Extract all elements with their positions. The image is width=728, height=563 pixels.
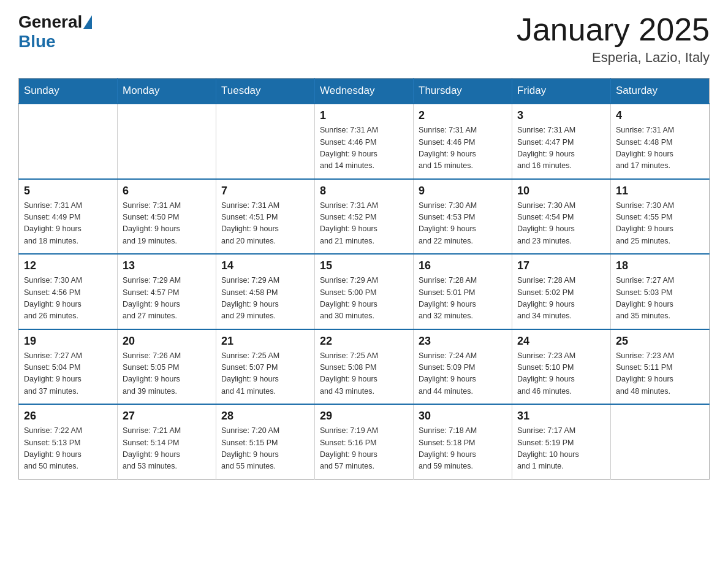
day-number: 16 <box>419 259 507 272</box>
day-info: Sunrise: 7:27 AMSunset: 5:04 PMDaylight:… <box>24 350 112 398</box>
calendar-header-row: SundayMondayTuesdayWednesdayThursdayFrid… <box>19 79 710 104</box>
calendar-week-row: 12Sunrise: 7:30 AMSunset: 4:56 PMDayligh… <box>19 254 710 329</box>
day-info: Sunrise: 7:31 AMSunset: 4:47 PMDaylight:… <box>517 124 605 172</box>
header-monday: Monday <box>118 79 216 104</box>
calendar-cell <box>118 104 216 179</box>
day-info: Sunrise: 7:30 AMSunset: 4:53 PMDaylight:… <box>419 200 507 248</box>
calendar-cell: 15Sunrise: 7:29 AMSunset: 5:00 PMDayligh… <box>315 254 414 329</box>
calendar-cell <box>19 104 118 179</box>
calendar-cell: 29Sunrise: 7:19 AMSunset: 5:16 PMDayligh… <box>315 404 414 479</box>
calendar-cell: 18Sunrise: 7:27 AMSunset: 5:03 PMDayligh… <box>611 254 710 329</box>
calendar-cell: 7Sunrise: 7:31 AMSunset: 4:51 PMDaylight… <box>216 179 315 255</box>
day-number: 21 <box>221 335 309 348</box>
month-title: January 2025 <box>517 12 710 47</box>
calendar-cell: 4Sunrise: 7:31 AMSunset: 4:48 PMDaylight… <box>611 104 710 179</box>
day-number: 2 <box>419 109 507 122</box>
calendar-cell: 22Sunrise: 7:25 AMSunset: 5:08 PMDayligh… <box>315 329 414 405</box>
day-number: 25 <box>616 335 704 348</box>
day-number: 17 <box>517 259 605 272</box>
calendar-cell <box>611 404 710 479</box>
day-info: Sunrise: 7:22 AMSunset: 5:13 PMDaylight:… <box>24 425 112 473</box>
calendar-cell: 14Sunrise: 7:29 AMSunset: 4:58 PMDayligh… <box>216 254 315 329</box>
day-info: Sunrise: 7:30 AMSunset: 4:55 PMDaylight:… <box>616 200 704 248</box>
day-number: 31 <box>517 410 605 423</box>
calendar-cell: 16Sunrise: 7:28 AMSunset: 5:01 PMDayligh… <box>414 254 512 329</box>
day-number: 22 <box>320 335 408 348</box>
day-number: 26 <box>24 410 112 423</box>
day-info: Sunrise: 7:27 AMSunset: 5:03 PMDaylight:… <box>616 275 704 323</box>
calendar-cell: 28Sunrise: 7:20 AMSunset: 5:15 PMDayligh… <box>216 404 315 479</box>
calendar-table: SundayMondayTuesdayWednesdayThursdayFrid… <box>18 78 710 480</box>
day-info: Sunrise: 7:23 AMSunset: 5:10 PMDaylight:… <box>517 350 605 398</box>
day-number: 8 <box>320 185 408 197</box>
day-number: 20 <box>123 335 211 348</box>
calendar-cell: 24Sunrise: 7:23 AMSunset: 5:10 PMDayligh… <box>512 329 611 405</box>
location-subtitle: Esperia, Lazio, Italy <box>517 50 710 66</box>
day-info: Sunrise: 7:25 AMSunset: 5:07 PMDaylight:… <box>221 350 309 398</box>
day-info: Sunrise: 7:28 AMSunset: 5:01 PMDaylight:… <box>419 275 507 323</box>
day-number: 10 <box>517 185 605 197</box>
calendar-cell: 10Sunrise: 7:30 AMSunset: 4:54 PMDayligh… <box>512 179 611 255</box>
day-info: Sunrise: 7:29 AMSunset: 4:58 PMDaylight:… <box>221 275 309 323</box>
day-info: Sunrise: 7:26 AMSunset: 5:05 PMDaylight:… <box>123 350 211 398</box>
header-thursday: Thursday <box>414 79 512 104</box>
page-header: General Blue January 2025 Esperia, Lazio… <box>18 12 710 66</box>
calendar-cell: 5Sunrise: 7:31 AMSunset: 4:49 PMDaylight… <box>19 179 118 255</box>
day-info: Sunrise: 7:25 AMSunset: 5:08 PMDaylight:… <box>320 350 408 398</box>
calendar-cell: 25Sunrise: 7:23 AMSunset: 5:11 PMDayligh… <box>611 329 710 405</box>
calendar-cell: 11Sunrise: 7:30 AMSunset: 4:55 PMDayligh… <box>611 179 710 255</box>
day-info: Sunrise: 7:29 AMSunset: 5:00 PMDaylight:… <box>320 275 408 323</box>
calendar-cell: 20Sunrise: 7:26 AMSunset: 5:05 PMDayligh… <box>118 329 216 405</box>
day-info: Sunrise: 7:31 AMSunset: 4:46 PMDaylight:… <box>320 124 408 172</box>
day-info: Sunrise: 7:21 AMSunset: 5:14 PMDaylight:… <box>123 425 211 473</box>
calendar-week-row: 1Sunrise: 7:31 AMSunset: 4:46 PMDaylight… <box>19 104 710 179</box>
day-number: 9 <box>419 185 507 197</box>
day-info: Sunrise: 7:23 AMSunset: 5:11 PMDaylight:… <box>616 350 704 398</box>
day-info: Sunrise: 7:31 AMSunset: 4:49 PMDaylight:… <box>24 200 112 248</box>
calendar-cell: 26Sunrise: 7:22 AMSunset: 5:13 PMDayligh… <box>19 404 118 479</box>
day-number: 28 <box>221 410 309 423</box>
calendar-week-row: 19Sunrise: 7:27 AMSunset: 5:04 PMDayligh… <box>19 329 710 405</box>
calendar-cell <box>216 104 315 179</box>
day-number: 7 <box>221 185 309 197</box>
day-number: 27 <box>123 410 211 423</box>
day-number: 15 <box>320 259 408 272</box>
day-number: 29 <box>320 410 408 423</box>
calendar-cell: 17Sunrise: 7:28 AMSunset: 5:02 PMDayligh… <box>512 254 611 329</box>
day-info: Sunrise: 7:31 AMSunset: 4:52 PMDaylight:… <box>320 200 408 248</box>
calendar-cell: 6Sunrise: 7:31 AMSunset: 4:50 PMDaylight… <box>118 179 216 255</box>
day-number: 3 <box>517 109 605 122</box>
header-wednesday: Wednesday <box>315 79 414 104</box>
calendar-week-row: 26Sunrise: 7:22 AMSunset: 5:13 PMDayligh… <box>19 404 710 479</box>
calendar-cell: 23Sunrise: 7:24 AMSunset: 5:09 PMDayligh… <box>414 329 512 405</box>
calendar-cell: 31Sunrise: 7:17 AMSunset: 5:19 PMDayligh… <box>512 404 611 479</box>
day-number: 1 <box>320 109 408 122</box>
title-area: January 2025 Esperia, Lazio, Italy <box>517 12 710 66</box>
logo-general-text: General <box>18 12 82 32</box>
calendar-cell: 13Sunrise: 7:29 AMSunset: 4:57 PMDayligh… <box>118 254 216 329</box>
day-info: Sunrise: 7:31 AMSunset: 4:46 PMDaylight:… <box>419 124 507 172</box>
day-number: 14 <box>221 259 309 272</box>
header-friday: Friday <box>512 79 611 104</box>
day-number: 23 <box>419 335 507 348</box>
logo: General Blue <box>18 12 93 52</box>
day-info: Sunrise: 7:18 AMSunset: 5:18 PMDaylight:… <box>419 425 507 473</box>
logo-triangle-icon <box>83 15 92 29</box>
day-number: 30 <box>419 410 507 423</box>
day-info: Sunrise: 7:28 AMSunset: 5:02 PMDaylight:… <box>517 275 605 323</box>
day-info: Sunrise: 7:20 AMSunset: 5:15 PMDaylight:… <box>221 425 309 473</box>
calendar-week-row: 5Sunrise: 7:31 AMSunset: 4:49 PMDaylight… <box>19 179 710 255</box>
day-number: 19 <box>24 335 112 348</box>
day-number: 4 <box>616 109 704 122</box>
header-sunday: Sunday <box>19 79 118 104</box>
day-info: Sunrise: 7:29 AMSunset: 4:57 PMDaylight:… <box>123 275 211 323</box>
calendar-cell: 30Sunrise: 7:18 AMSunset: 5:18 PMDayligh… <box>414 404 512 479</box>
day-info: Sunrise: 7:31 AMSunset: 4:50 PMDaylight:… <box>123 200 211 248</box>
day-info: Sunrise: 7:24 AMSunset: 5:09 PMDaylight:… <box>419 350 507 398</box>
calendar-cell: 12Sunrise: 7:30 AMSunset: 4:56 PMDayligh… <box>19 254 118 329</box>
calendar-cell: 2Sunrise: 7:31 AMSunset: 4:46 PMDaylight… <box>414 104 512 179</box>
day-number: 12 <box>24 259 112 272</box>
day-info: Sunrise: 7:31 AMSunset: 4:51 PMDaylight:… <box>221 200 309 248</box>
day-info: Sunrise: 7:19 AMSunset: 5:16 PMDaylight:… <box>320 425 408 473</box>
logo-blue-text: Blue <box>18 32 56 51</box>
